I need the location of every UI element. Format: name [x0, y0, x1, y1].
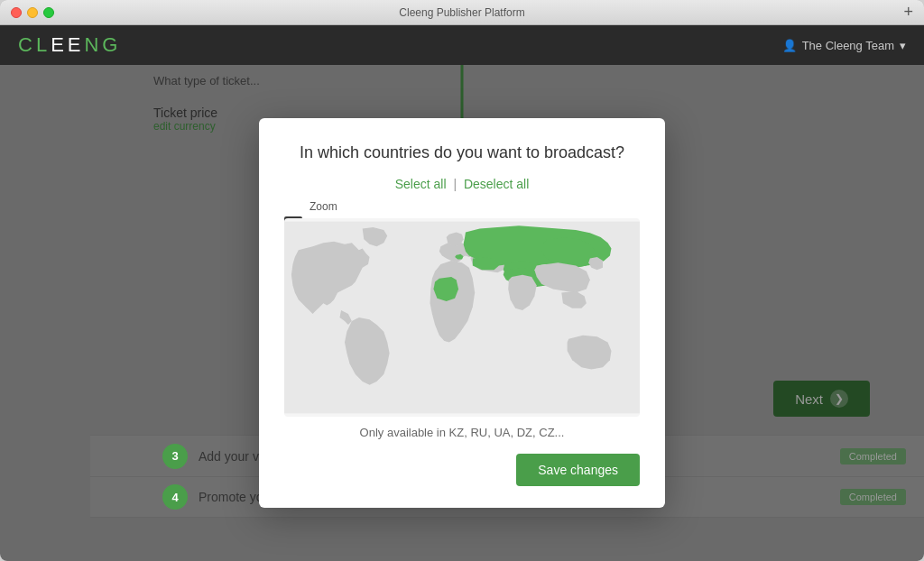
availability-text: Only available in KZ, RU, UA, DZ, CZ...: [284, 426, 640, 439]
select-row: Select all | Deselect all: [284, 177, 640, 191]
chevron-down-icon: ▾: [900, 39, 906, 52]
divider: |: [453, 177, 457, 191]
step4-circle: 4: [162, 484, 188, 510]
zoom-label: Zoom: [310, 200, 640, 213]
minimize-button[interactable]: [27, 7, 38, 18]
app-header: cleeng 👤 The Cleeng Team ▾: [0, 25, 924, 65]
select-all-link[interactable]: Select all: [395, 177, 447, 191]
window: Cleeng Publisher Platform + cleeng 👤 The…: [0, 0, 924, 561]
deselect-all-link[interactable]: Deselect all: [464, 177, 529, 191]
window-title: Cleeng Publisher Platform: [399, 6, 524, 19]
new-tab-button[interactable]: +: [903, 3, 913, 22]
country-broadcast-modal: In which countries do you want to broadc…: [259, 118, 665, 508]
close-button[interactable]: [11, 7, 22, 18]
save-changes-button[interactable]: Save changes: [516, 454, 640, 486]
zoom-section: Zoom + −: [284, 200, 640, 213]
title-bar: Cleeng Publisher Platform +: [0, 0, 924, 25]
logo: cleeng: [18, 33, 121, 57]
maximize-button[interactable]: [43, 7, 54, 18]
user-menu[interactable]: 👤 The Cleeng Team ▾: [782, 39, 906, 52]
step3-circle: 3: [162, 444, 188, 469]
app-body: cleeng 👤 The Cleeng Team ▾ What type of …: [0, 25, 924, 561]
map-svg: [284, 218, 640, 417]
user-icon: 👤: [782, 39, 797, 52]
modal-overlay: In which countries do you want to broadc…: [0, 65, 924, 561]
world-map[interactable]: [284, 218, 640, 417]
modal-footer: Save changes: [284, 454, 640, 486]
traffic-lights: [11, 7, 54, 18]
modal-title: In which countries do you want to broadc…: [284, 143, 640, 162]
main-content: What type of ticket... Ticket price edit…: [0, 65, 924, 561]
user-name: The Cleeng Team: [802, 39, 894, 52]
